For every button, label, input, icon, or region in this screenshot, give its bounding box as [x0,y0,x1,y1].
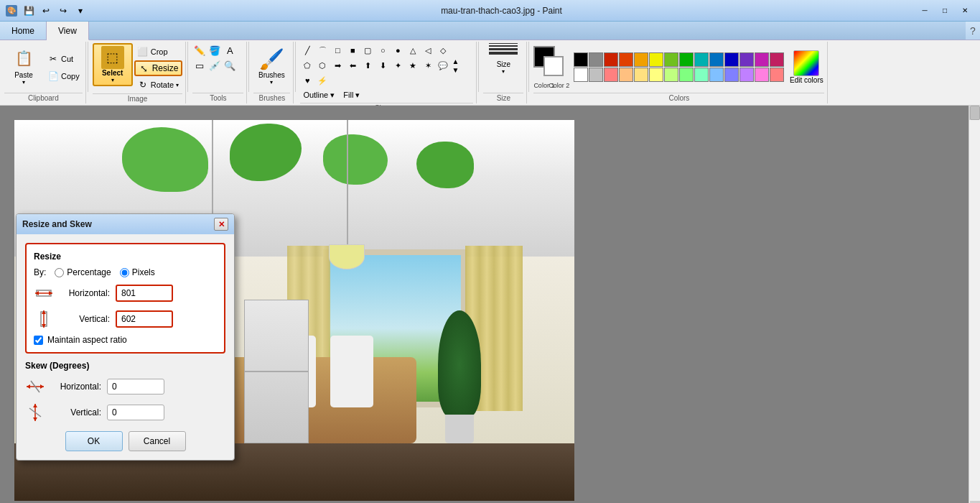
color-cell-20[interactable] [664,68,678,82]
shape-star5[interactable]: ★ [406,58,420,73]
picker-tool[interactable]: 💉 [207,58,222,73]
color-cell-2[interactable] [604,52,618,67]
pencil-tool[interactable]: ✏️ [192,43,207,57]
color-cell-4[interactable] [634,52,648,67]
redo-qa-btn[interactable]: ↪ [56,4,70,18]
color-cell-11[interactable] [739,52,754,67]
cancel-button[interactable]: Cancel [129,431,186,451]
save-qa-btn[interactable]: 💾 [22,4,36,18]
copy-label: Copy [61,72,80,80]
vertical-resize-input[interactable] [116,310,173,328]
resize-btn[interactable]: ⤡ Resize [134,60,183,76]
fill-tool[interactable]: 🪣 [207,43,222,57]
dialog-close-btn[interactable]: ✕ [214,218,228,231]
ok-button[interactable]: OK [65,431,123,451]
color-cell-22[interactable] [694,68,709,82]
horizontal-resize-input[interactable] [116,285,173,302]
shapes-scroll-up[interactable]: ▲ [452,57,459,65]
shape-ellipse[interactable]: ○ [375,43,390,57]
shape-arrow-up[interactable]: ⬆ [360,58,375,73]
tab-home[interactable]: Home [0,22,47,40]
color-cell-25[interactable] [739,68,754,82]
shape-arrow-right[interactable]: ➡ [330,58,345,73]
horizontal-skew-input[interactable] [107,379,164,394]
color-cell-21[interactable] [679,68,694,82]
maximize-btn[interactable]: □ [935,4,954,18]
percentage-radio[interactable] [55,268,64,277]
dropdown-qa-btn[interactable]: ▾ [73,4,88,18]
shape-triangle[interactable]: △ [406,43,420,57]
tab-view[interactable]: View [47,22,89,40]
color-swatches: Color 1 Color 2 [533,46,569,89]
size-btn[interactable]: Size ▾ [483,43,523,75]
color-cell-5[interactable] [649,52,663,67]
color-cell-0[interactable] [574,52,588,67]
shape-hexa[interactable]: ⬡ [315,58,330,73]
undo-qa-btn[interactable]: ↩ [39,4,53,18]
color-cell-15[interactable] [589,68,603,82]
shape-arrow-left[interactable]: ⬅ [345,58,360,73]
color-cell-6[interactable] [664,52,678,67]
color-cell-19[interactable] [649,68,663,82]
shape-lightning[interactable]: ⚡ [315,73,330,88]
shape-rect[interactable]: □ [330,43,345,57]
color-cell-24[interactable] [724,68,739,82]
shape-star4[interactable]: ✦ [391,58,405,73]
color-cell-16[interactable] [604,68,618,82]
vertical-skew-input[interactable] [107,405,164,420]
color-cell-13[interactable] [770,52,784,67]
edit-colors-btn[interactable]: Edit colors [788,50,824,84]
color-cell-1[interactable] [589,52,603,67]
shape-callout[interactable]: 💬 [436,58,450,73]
maintain-aspect-checkbox[interactable] [34,336,43,345]
shapes-scroll-down[interactable]: ▼ [452,66,459,74]
outline-btn[interactable]: Outline ▾ [300,89,337,101]
shape-curve[interactable]: ⌒ [315,43,330,57]
color-cell-27[interactable] [770,68,784,82]
paste-btn[interactable]: 📋 Paste ▾ [4,43,43,89]
shape-fillellipse[interactable]: ● [391,43,405,57]
pixels-radio[interactable] [120,268,129,277]
shape-fillrect[interactable]: ■ [345,43,360,57]
close-btn[interactable]: ✕ [956,4,974,18]
color-cell-8[interactable] [694,52,709,67]
cut-btn[interactable]: ✂ Cut [45,52,83,66]
select-btn[interactable]: ⬚ Select ▾ [93,43,133,86]
fill-btn[interactable]: Fill ▾ [340,89,363,101]
minimize-btn[interactable]: ─ [915,4,934,18]
copy-btn[interactable]: 📄 Copy [45,69,83,83]
color-cell-12[interactable] [755,52,769,67]
shape-rtriangle[interactable]: ◁ [421,43,435,57]
color-cell-17[interactable] [619,68,633,82]
canvas-area[interactable]: ▲ ▼ Resize and Skew ✕ Resize By: [0,106,980,503]
color-cell-9[interactable] [709,52,724,67]
color2-swatch[interactable] [543,56,564,76]
crop-btn[interactable]: ⬜ Crop [134,45,183,59]
color-cell-26[interactable] [755,68,769,82]
text-tool[interactable]: A [223,43,237,57]
zoom-tool[interactable]: 🔍 [223,58,237,73]
shape-heart[interactable]: ♥ [300,73,314,88]
shape-arrow-down[interactable]: ⬇ [375,58,390,73]
percentage-radio-label[interactable]: Percentage [55,267,111,277]
rotate-btn[interactable]: ↻ Rotate ▾ [134,78,183,92]
color-cell-7[interactable] [679,52,694,67]
eraser-tool[interactable]: ▭ [192,58,207,73]
shape-diamond[interactable]: ◇ [436,43,450,57]
color-cell-14[interactable] [574,68,588,82]
shape-penta[interactable]: ⬠ [300,58,314,73]
shape-roundrect[interactable]: ▢ [360,43,375,57]
cut-icon: ✂ [47,53,59,65]
color-cell-18[interactable] [634,68,648,82]
percentage-label: Percentage [67,267,111,277]
help-btn[interactable]: ? [966,22,980,40]
color-cell-3[interactable] [619,52,633,67]
brushes-btn[interactable]: 🖌️ Brushes ▾ [253,43,289,89]
color-cell-23[interactable] [709,68,724,82]
shape-star6[interactable]: ✶ [421,58,435,73]
color-cell-10[interactable] [724,52,739,67]
outline-label: Outline ▾ [303,91,335,100]
dialog-overlay: Resize and Skew ✕ Resize By: Percentage [0,106,980,503]
pixels-radio-label[interactable]: Pixels [120,267,155,277]
shape-line[interactable]: ╱ [300,43,314,57]
